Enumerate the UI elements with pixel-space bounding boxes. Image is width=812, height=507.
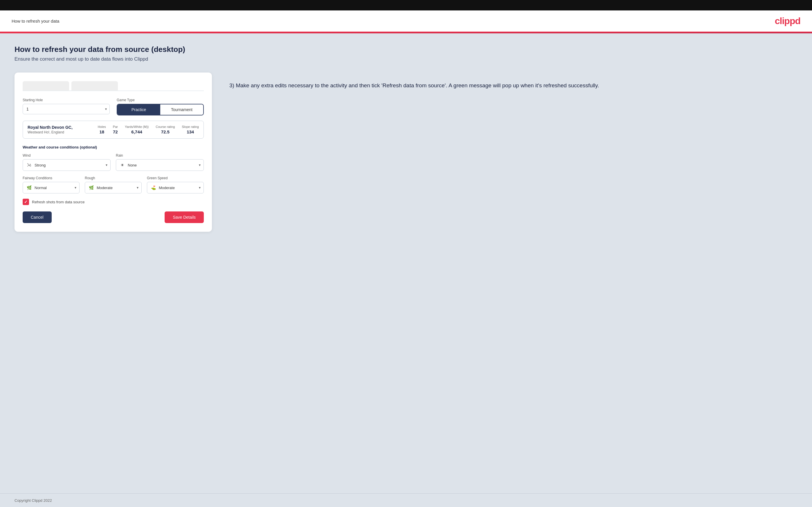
wind-group: Wind 🌬 Strong ▾: [22, 154, 111, 171]
top-bar: [0, 0, 812, 10]
rain-dropdown-left: ☀ None: [119, 162, 137, 168]
fairway-dropdown[interactable]: 🌿 Normal ▾: [22, 182, 80, 193]
form-top-row: Starting Hole 1 ▾ Game Type Practice Tou…: [22, 98, 204, 115]
stat-course-rating: Course rating 72.5: [156, 125, 175, 134]
rough-group: Rough 🌿 Moderate ▾: [85, 176, 142, 193]
conditions-row-1: Wind 🌬 Strong ▾ Rain ☀ None: [22, 154, 204, 171]
fairway-icon: 🌿: [26, 184, 32, 191]
tab-pill-2: [71, 81, 118, 91]
starting-hole-group: Starting Hole 1 ▾: [22, 98, 110, 115]
fairway-dropdown-left: 🌿 Normal: [26, 184, 47, 191]
rain-label: Rain: [116, 154, 204, 158]
main-content: How to refresh your data from source (de…: [0, 33, 812, 493]
game-type-label: Game Type: [117, 98, 204, 102]
side-text-panel: 3) Make any extra edits necessary to the…: [230, 72, 798, 90]
game-type-toggle: Practice Tournament: [117, 104, 204, 115]
fairway-value: Normal: [35, 186, 47, 190]
starting-hole-select[interactable]: 1: [22, 104, 110, 114]
stat-slope: Slope rating 134: [182, 125, 199, 134]
tournament-button[interactable]: Tournament: [160, 104, 203, 115]
stat-course-rating-value: 72.5: [156, 129, 175, 134]
logo: clippd: [775, 16, 800, 26]
rain-group: Rain ☀ None ▾: [116, 154, 204, 171]
rain-icon: ☀: [119, 162, 125, 168]
cancel-button[interactable]: Cancel: [22, 212, 52, 223]
page-title: How to refresh your data from source (de…: [14, 45, 798, 54]
stat-holes-label: Holes: [98, 125, 106, 128]
rough-label: Rough: [85, 176, 142, 180]
green-speed-label: Green Speed: [147, 176, 204, 180]
course-info: Royal North Devon GC, Westward Ho!, Engl…: [28, 125, 92, 134]
stat-yards: Yards/White (M)) 6,744: [125, 125, 149, 134]
stat-slope-label: Slope rating: [182, 125, 199, 128]
green-speed-value: Moderate: [159, 186, 175, 190]
wind-value: Strong: [35, 163, 46, 167]
stat-holes-value: 18: [98, 129, 106, 134]
course-stats: Holes 18 Par 72 Yards/White (M)) 6,744 C…: [98, 125, 199, 134]
stat-holes: Holes 18: [98, 125, 106, 134]
rough-value: Moderate: [97, 186, 113, 190]
practice-button[interactable]: Practice: [117, 104, 160, 115]
conditions-title: Weather and course conditions (optional): [22, 145, 204, 149]
page-subtitle: Ensure the correct and most up to date d…: [14, 56, 798, 62]
wind-dropdown[interactable]: 🌬 Strong ▾: [22, 159, 111, 171]
tab-pill-1: [22, 81, 69, 91]
rain-value: None: [128, 163, 137, 167]
footer: Copyright Clippd 2022: [0, 493, 812, 507]
stat-yards-label: Yards/White (M)): [125, 125, 149, 128]
conditions-row-2: Fairway Conditions 🌿 Normal ▾ Rough 🌿: [22, 176, 204, 193]
stat-par-label: Par: [113, 125, 118, 128]
stat-yards-value: 6,744: [125, 129, 149, 134]
checkbox-label: Refresh shots from data source: [32, 200, 85, 204]
starting-hole-wrapper: 1 ▾: [22, 104, 110, 114]
green-speed-dropdown-left: ⛳ Moderate: [150, 184, 175, 191]
rough-arrow: ▾: [137, 186, 139, 190]
green-speed-icon: ⛳: [150, 184, 156, 191]
refresh-checkbox[interactable]: ✓: [22, 199, 29, 205]
side-description: 3) Make any extra edits necessary to the…: [230, 81, 798, 90]
fairway-arrow: ▾: [74, 186, 77, 190]
wind-dropdown-left: 🌬 Strong: [26, 162, 46, 168]
course-row: Royal North Devon GC, Westward Ho!, Engl…: [22, 121, 204, 138]
stat-par-value: 72: [113, 129, 118, 134]
stat-slope-value: 134: [182, 129, 199, 134]
green-speed-arrow: ▾: [199, 186, 201, 190]
stat-course-rating-label: Course rating: [156, 125, 175, 128]
checkbox-row: ✓ Refresh shots from data source: [22, 199, 204, 205]
form-panel: Starting Hole 1 ▾ Game Type Practice Tou…: [14, 72, 212, 232]
fairway-group: Fairway Conditions 🌿 Normal ▾: [22, 176, 80, 193]
wind-icon: 🌬: [26, 162, 32, 168]
wind-arrow: ▾: [106, 163, 107, 167]
checkbox-check-icon: ✓: [24, 200, 28, 204]
top-tabs-placeholder: [22, 81, 204, 91]
rough-dropdown[interactable]: 🌿 Moderate ▾: [85, 182, 142, 193]
rough-dropdown-left: 🌿 Moderate: [88, 184, 113, 191]
course-location: Westward Ho!, England: [28, 130, 92, 134]
course-name: Royal North Devon GC,: [28, 125, 92, 130]
header-title: How to refresh your data: [12, 18, 59, 23]
green-speed-dropdown[interactable]: ⛳ Moderate ▾: [147, 182, 204, 193]
header: How to refresh your data clippd: [0, 10, 812, 33]
green-speed-group: Green Speed ⛳ Moderate ▾: [147, 176, 204, 193]
form-actions: Cancel Save Details: [22, 212, 204, 223]
content-row: Starting Hole 1 ▾ Game Type Practice Tou…: [14, 72, 798, 232]
fairway-label: Fairway Conditions: [22, 176, 80, 180]
stat-par: Par 72: [113, 125, 118, 134]
starting-hole-label: Starting Hole: [22, 98, 110, 102]
footer-copyright: Copyright Clippd 2022: [14, 498, 52, 503]
rough-icon: 🌿: [88, 184, 94, 191]
game-type-group: Game Type Practice Tournament: [117, 98, 204, 115]
rain-dropdown[interactable]: ☀ None ▾: [116, 159, 204, 171]
wind-label: Wind: [22, 154, 111, 158]
save-button[interactable]: Save Details: [165, 212, 204, 223]
rain-arrow: ▾: [199, 163, 201, 167]
